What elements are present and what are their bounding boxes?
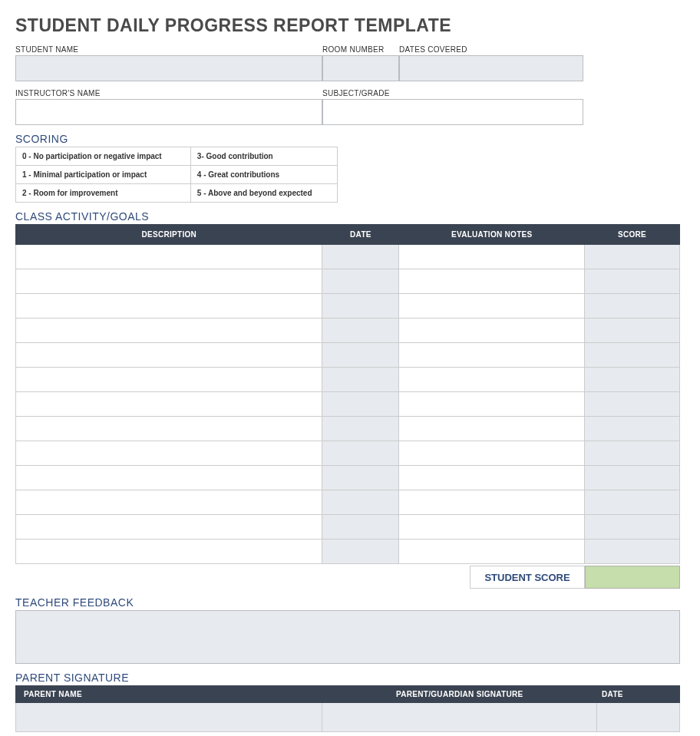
section-feedback: TEACHER FEEDBACK [15,596,685,609]
cell-date[interactable] [322,294,399,318]
student-score-label: STUDENT SCORE [470,566,585,589]
input-instructors-name[interactable] [15,99,322,125]
label-dates-covered: DATES COVERED [399,45,583,54]
label-instructors-name: INSTRUCTOR'S NAME [15,89,322,97]
cell-score[interactable] [585,466,680,490]
cell-eval[interactable] [399,294,585,318]
section-parent: PARENT SIGNATURE [15,672,685,684]
cell-eval[interactable] [399,245,585,269]
student-score-row: STUDENT SCORE [15,566,680,589]
activity-table: DESCRIPTION DATE EVALUATION NOTES SCORE [15,224,680,564]
cell-eval[interactable] [399,269,585,294]
cell-parent-signature[interactable] [322,703,597,732]
section-activity: CLASS ACTIVITY/GOALS [15,210,685,223]
cell-date[interactable] [322,368,399,392]
cell-date[interactable] [322,515,399,540]
table-row [16,515,680,540]
section-scoring: SCORING [15,133,685,145]
cell-eval[interactable] [399,441,585,466]
scoring-table: 0 - No participation or negative impact … [15,147,338,203]
cell-eval[interactable] [399,368,585,392]
input-subject-grade[interactable] [322,99,583,125]
table-row [16,294,680,318]
input-dates-covered[interactable] [399,55,583,81]
cell-desc[interactable] [16,294,322,318]
cell-desc[interactable] [16,368,322,392]
cell-date[interactable] [322,318,399,343]
cell-date[interactable] [322,441,399,466]
cell-score[interactable] [585,417,680,441]
scoring-cell: 0 - No participation or negative impact [16,147,191,166]
table-row [16,490,680,515]
cell-eval[interactable] [399,466,585,490]
cell-desc[interactable] [16,540,322,564]
cell-desc[interactable] [16,343,322,368]
label-subject-grade: SUBJECT/GRADE [322,89,583,97]
th-date: DATE [322,225,399,245]
cell-desc[interactable] [16,417,322,441]
cell-desc[interactable] [16,490,322,515]
cell-date[interactable] [322,269,399,294]
scoring-cell: 5 - Above and beyond expected [190,184,337,203]
scoring-cell: 1 - Minimal participation or impact [16,166,191,184]
input-student-name[interactable] [15,55,322,81]
cell-date[interactable] [322,466,399,490]
scoring-cell: 2 - Room for improvement [16,184,191,203]
cell-desc[interactable] [16,466,322,490]
th-score: SCORE [585,225,680,245]
cell-parent-date[interactable] [597,703,680,732]
cell-desc[interactable] [16,392,322,417]
cell-score[interactable] [585,515,680,540]
cell-parent-name[interactable] [16,703,322,732]
cell-desc[interactable] [16,441,322,466]
cell-date[interactable] [322,417,399,441]
student-score-value[interactable] [585,566,680,589]
label-room-number: ROOM NUMBER [322,45,399,54]
table-row [16,318,680,343]
th-description: DESCRIPTION [16,225,322,245]
table-row [16,417,680,441]
cell-score[interactable] [585,392,680,417]
cell-score[interactable] [585,245,680,269]
label-student-name: STUDENT NAME [15,45,322,54]
cell-score[interactable] [585,490,680,515]
cell-desc[interactable] [16,245,322,269]
cell-score[interactable] [585,294,680,318]
cell-eval[interactable] [399,318,585,343]
cell-score[interactable] [585,269,680,294]
field-row-2: INSTRUCTOR'S NAME SUBJECT/GRADE [15,89,685,125]
cell-eval[interactable] [399,540,585,564]
cell-date[interactable] [322,343,399,368]
input-room-number[interactable] [322,55,399,81]
cell-eval[interactable] [399,515,585,540]
cell-eval[interactable] [399,392,585,417]
table-row [16,392,680,417]
cell-date[interactable] [322,245,399,269]
th-parent-date: DATE [597,686,680,703]
cell-date[interactable] [322,540,399,564]
cell-desc[interactable] [16,515,322,540]
table-row [16,343,680,368]
cell-score[interactable] [585,318,680,343]
table-row [16,703,680,732]
cell-score[interactable] [585,343,680,368]
cell-date[interactable] [322,392,399,417]
cell-score[interactable] [585,540,680,564]
cell-desc[interactable] [16,318,322,343]
th-parent-name: PARENT NAME [16,686,322,703]
feedback-box[interactable] [15,610,680,664]
cell-eval[interactable] [399,417,585,441]
cell-eval[interactable] [399,343,585,368]
cell-date[interactable] [322,490,399,515]
cell-score[interactable] [585,441,680,466]
th-parent-signature: PARENT/GUARDIAN SIGNATURE [322,686,597,703]
field-row-1: STUDENT NAME ROOM NUMBER DATES COVERED [15,45,685,81]
table-row [16,245,680,269]
table-row [16,441,680,466]
cell-eval[interactable] [399,490,585,515]
cell-score[interactable] [585,368,680,392]
th-evaluation: EVALUATION NOTES [399,225,585,245]
scoring-cell: 3- Good contribution [190,147,337,166]
cell-desc[interactable] [16,269,322,294]
table-row [16,466,680,490]
